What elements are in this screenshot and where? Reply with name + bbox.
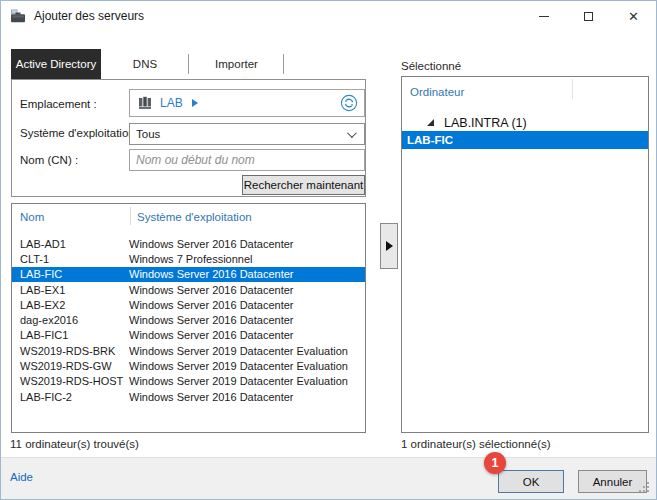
server-os-cell: Windows Server 2016 Datacenter xyxy=(129,238,365,250)
selected-panel: Ordinateur LAB.INTRA (1) LAB-FIC xyxy=(401,76,649,433)
minimize-button[interactable] xyxy=(521,1,566,31)
server-name-cell: LAB-EX2 xyxy=(12,299,129,311)
table-row[interactable]: WS2019-RDS-HOSTWindows Server 2019 Datac… xyxy=(12,374,365,389)
annotation-badge: 1 xyxy=(484,452,506,474)
table-row[interactable]: CLT-1Windows 7 Professionnel xyxy=(12,251,365,266)
refresh-icon[interactable] xyxy=(340,94,358,112)
server-name-cell: LAB-FIC1 xyxy=(12,329,129,341)
close-button[interactable]: ✕ xyxy=(611,1,656,31)
table-row[interactable]: LAB-EX2Windows Server 2016 Datacenter xyxy=(12,297,365,312)
tree-root-label: LAB.INTRA (1) xyxy=(444,116,527,130)
maximize-icon xyxy=(584,12,593,21)
server-name-cell: CLT-1 xyxy=(12,253,129,265)
name-search-input[interactable] xyxy=(129,149,365,171)
server-name-cell: dag-ex2016 xyxy=(12,314,129,326)
os-selected-value: Tous xyxy=(136,128,160,140)
server-os-cell: Windows Server 2016 Datacenter xyxy=(129,299,365,311)
dialog-footer: Aide 1 OK Annuler xyxy=(1,457,656,499)
selected-panel-title: Sélectionné xyxy=(401,60,461,72)
directory-icon xyxy=(137,95,153,111)
title-bar: Ajouter des serveurs ✕ xyxy=(1,1,656,31)
search-now-button[interactable]: Rechercher maintenant xyxy=(242,175,365,195)
server-name-cell: WS2019-RDS-GW xyxy=(12,360,129,372)
table-row[interactable]: LAB-FIC1Windows Server 2016 Datacenter xyxy=(12,328,365,343)
location-picker[interactable]: LAB xyxy=(129,89,365,117)
tree-node-domain[interactable]: LAB.INTRA (1) xyxy=(402,114,648,131)
server-os-cell: Windows Server 2016 Datacenter xyxy=(129,284,365,296)
ok-button[interactable]: OK xyxy=(498,470,564,493)
table-row[interactable]: LAB-FICWindows Server 2016 Datacenter xyxy=(12,267,365,282)
server-manager-icon xyxy=(10,8,26,24)
server-name-cell: LAB-FIC-2 xyxy=(12,391,129,403)
add-selection-button[interactable] xyxy=(380,223,398,269)
selected-server-label: LAB-FIC xyxy=(402,134,453,146)
column-divider xyxy=(572,79,573,99)
server-os-cell: Windows Server 2019 Datacenter Evaluatio… xyxy=(129,345,365,357)
arrow-right-icon xyxy=(386,241,393,251)
tab-importer[interactable]: Importer xyxy=(189,49,284,79)
maximize-button[interactable] xyxy=(566,1,611,31)
breadcrumb-arrow-icon[interactable] xyxy=(192,99,198,107)
server-os-cell: Windows Server 2016 Datacenter xyxy=(129,391,365,403)
tab-active-directory[interactable]: Active Directory xyxy=(11,49,101,79)
name-label: Nom (CN) : xyxy=(20,154,78,166)
location-label: Emplacement : xyxy=(20,98,97,110)
server-name-cell: LAB-EX1 xyxy=(12,284,129,296)
server-name-cell: WS2019-RDS-BRK xyxy=(12,345,129,357)
window-title: Ajouter des serveurs xyxy=(34,9,144,23)
table-row[interactable]: LAB-FIC-2Windows Server 2016 Datacenter xyxy=(12,389,365,404)
table-row[interactable]: WS2019-RDS-BRKWindows Server 2019 Datace… xyxy=(12,343,365,358)
server-os-cell: Windows Server 2016 Datacenter xyxy=(129,268,365,280)
table-row[interactable]: LAB-AD1Windows Server 2016 Datacenter xyxy=(12,236,365,251)
server-os-cell: Windows Server 2019 Datacenter Evaluatio… xyxy=(129,360,365,372)
minimize-icon xyxy=(539,16,549,17)
os-label: Système d'exploitation : xyxy=(20,127,141,139)
cancel-button[interactable]: Annuler xyxy=(578,470,647,493)
table-row[interactable]: WS2019-RDS-GWWindows Server 2019 Datacen… xyxy=(12,358,365,373)
column-divider xyxy=(130,207,131,225)
results-rows: LAB-AD1Windows Server 2016 DatacenterCLT… xyxy=(12,236,365,404)
chevron-down-icon xyxy=(347,128,357,138)
tree-expand-icon[interactable] xyxy=(426,118,435,127)
server-os-cell: Windows Server 2019 Datacenter Evaluatio… xyxy=(129,375,365,387)
server-os-cell: Windows Server 2016 Datacenter xyxy=(129,329,365,341)
close-icon: ✕ xyxy=(628,10,639,23)
help-link[interactable]: Aide xyxy=(10,471,33,483)
found-count: 11 ordinateur(s) trouvé(s) xyxy=(10,438,139,450)
column-header-os[interactable]: Système d'exploitation xyxy=(137,211,252,223)
active-directory-search-panel: Emplacement : LAB Système d'exploitation… xyxy=(11,79,366,197)
server-name-cell: LAB-AD1 xyxy=(12,238,129,250)
location-value: LAB xyxy=(160,96,183,110)
server-os-cell: Windows Server 2016 Datacenter xyxy=(129,314,365,326)
server-os-cell: Windows 7 Professionnel xyxy=(129,253,365,265)
tree-node-server-selected[interactable]: LAB-FIC xyxy=(402,131,648,149)
column-header-computer[interactable]: Ordinateur xyxy=(410,86,464,98)
server-name-cell: WS2019-RDS-HOST xyxy=(12,375,129,387)
tab-dns[interactable]: DNS xyxy=(101,49,189,79)
tab-bar: Active DirectoryDNSImporter xyxy=(11,49,284,79)
window-controls: ✕ xyxy=(521,1,656,31)
results-table: Nom Système d'exploitation LAB-AD1Window… xyxy=(11,203,366,433)
table-row[interactable]: LAB-EX1Windows Server 2016 Datacenter xyxy=(12,282,365,297)
column-header-name[interactable]: Nom xyxy=(20,211,44,223)
table-row[interactable]: dag-ex2016Windows Server 2016 Datacenter xyxy=(12,312,365,327)
server-name-cell: LAB-FIC xyxy=(12,268,129,280)
os-select[interactable]: Tous xyxy=(129,123,365,145)
selected-count: 1 ordinateur(s) sélectionné(s) xyxy=(401,438,551,450)
add-servers-dialog: Ajouter des serveurs ✕ Active DirectoryD… xyxy=(0,0,657,500)
resize-grip[interactable] xyxy=(643,486,645,488)
